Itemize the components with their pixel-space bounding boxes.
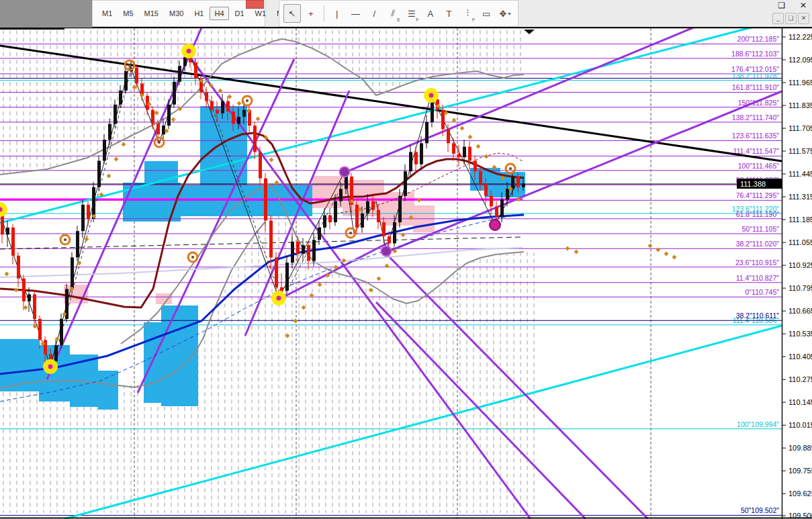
candle-body <box>162 126 165 134</box>
vertical-line-tool-icon[interactable]: | <box>328 4 346 23</box>
price-tick-label[interactable]: 110.795 <box>788 284 812 292</box>
close-window-button[interactable]: ✕ <box>800 0 807 11</box>
minimize-chart-button[interactable]: _ <box>772 13 784 24</box>
candle-body <box>173 82 176 105</box>
candle-body <box>382 222 386 236</box>
orange-marker-center <box>158 141 161 144</box>
candle-body <box>409 152 412 171</box>
orange-marker-center <box>509 167 512 170</box>
price-tick-label[interactable]: 112.225 <box>788 33 812 41</box>
candle-body <box>414 152 418 164</box>
candle-body <box>285 263 289 291</box>
candle-body <box>259 152 262 178</box>
toolbar-strip: M1M5M15M30H1H4D1W1MN ↖+|—/⫽E☰FAT⫶F▭✥▾ ❏✕… <box>0 0 812 28</box>
price-tick-label[interactable]: 109.885 <box>788 444 812 452</box>
restore-chart-button[interactable]: ❏ <box>785 13 797 24</box>
price-tick-label[interactable]: 110.925 <box>788 261 812 269</box>
price-tick-label[interactable]: 111.315 <box>788 193 812 201</box>
candle-body <box>473 160 477 171</box>
red-toolbar-button-fragment[interactable] <box>246 0 264 9</box>
candle-body <box>71 257 74 289</box>
candle-body <box>81 205 85 231</box>
violet-swing-marker <box>340 167 350 177</box>
fibonacci-retracement-tool-icon[interactable]: ☰F <box>403 4 420 23</box>
wave-label-dot <box>429 93 434 98</box>
rectangle-tool-icon[interactable]: ▭ <box>478 4 495 23</box>
fib-label: 23.6"110.915" <box>735 258 779 267</box>
orange-marker-center <box>349 232 352 234</box>
candle-body <box>269 220 273 257</box>
price-tick-label[interactable]: 109.755 <box>788 467 812 475</box>
timeframe-button-w1[interactable]: W1 <box>251 7 271 20</box>
price-tick-label[interactable]: 110.535 <box>788 330 812 338</box>
candle-body <box>388 236 391 243</box>
fib-label: 200"112.185" <box>737 35 779 43</box>
price-tick-label[interactable]: 111.445 <box>788 170 812 178</box>
candle-body <box>108 124 111 140</box>
price-tick-label[interactable]: 110.665 <box>788 307 812 315</box>
price-tick-label[interactable]: 111.965 <box>788 79 812 87</box>
price-tick-label[interactable]: 109.500 <box>788 512 812 519</box>
candle-body <box>371 201 375 210</box>
timeframe-button-m5[interactable]: M5 <box>118 7 138 20</box>
timeframe-button-m15[interactable]: M15 <box>140 7 163 20</box>
arrows-tool-icon[interactable]: ✥▾ <box>496 4 514 23</box>
cursor-tool-icon[interactable]: ↖ <box>283 4 301 23</box>
fib-label: 0"110.745" <box>746 288 780 296</box>
text-label-tool-icon[interactable]: T <box>441 4 458 23</box>
fib-label: 50"111.105" <box>741 225 779 233</box>
candle-body <box>425 122 428 143</box>
price-tick-label[interactable]: 109.625 <box>788 489 812 498</box>
price-tick-label[interactable]: 110.015 <box>788 421 812 429</box>
fib-label: 188.6"112.103" <box>731 50 779 58</box>
crosshair-tool-icon[interactable]: + <box>302 4 320 23</box>
candle-body <box>114 105 117 124</box>
candle-body <box>345 177 348 189</box>
candle-body <box>156 124 160 135</box>
equidistant-channel-tool-icon[interactable]: ⫽E <box>384 4 402 23</box>
candle-body <box>377 210 380 222</box>
main-window-controls: ❏✕ <box>778 0 807 11</box>
candle-body <box>92 187 95 219</box>
candle-body <box>210 101 214 110</box>
orange-marker-center <box>64 238 66 241</box>
candle-body <box>151 110 154 124</box>
timeframe-button-d1[interactable]: D1 <box>230 7 249 20</box>
candle-body <box>398 196 402 222</box>
fibonacci-timezones-tool-icon[interactable]: ⫶F <box>459 4 476 23</box>
candle-body <box>328 216 332 222</box>
violet-swing-marker <box>381 246 392 256</box>
price-tick-label[interactable]: 110.405 <box>788 352 812 361</box>
close-chart-button[interactable]: ✕ <box>798 13 809 24</box>
restore-window-button[interactable]: ❏ <box>778 0 785 11</box>
candle-body <box>167 105 171 126</box>
chart-canvas[interactable]: 200"112.185"188.6"112.103"176.4"112.015"… <box>0 0 812 519</box>
price-tick-label[interactable]: 111.055 <box>788 238 812 246</box>
candle-body <box>178 66 181 82</box>
price-tick-label[interactable]: 112.095 <box>788 56 812 64</box>
candle-body <box>484 183 488 195</box>
fib-label: 38.2"110.611" <box>736 312 780 320</box>
wave-label-dot <box>187 49 191 54</box>
timeframe-button-m30[interactable]: M30 <box>165 7 188 20</box>
timeframe-button-h1[interactable]: H1 <box>189 7 208 20</box>
timeframe-button-h4[interactable]: H4 <box>210 7 228 20</box>
price-tick-label[interactable]: 111.185 <box>788 216 812 224</box>
price-tick-label[interactable]: 111.835 <box>788 101 812 109</box>
price-tick-label[interactable]: 111.575 <box>788 147 812 155</box>
candle-body <box>420 143 423 164</box>
text-tool-icon[interactable]: A <box>422 4 439 23</box>
candle-body <box>275 257 278 287</box>
drawing-tools-toolbar: ↖+|—/⫽E☰FAT⫶F▭✥▾ <box>279 0 518 27</box>
candle-body <box>307 245 310 261</box>
trendline-tool-icon[interactable]: / <box>365 4 383 23</box>
price-tick-label[interactable]: 110.275 <box>788 375 812 383</box>
candle-body <box>506 189 509 199</box>
horizontal-line-tool-icon[interactable]: — <box>347 4 364 23</box>
price-tick-label[interactable]: 110.145 <box>788 398 812 406</box>
candle-body <box>135 68 138 84</box>
timeframe-button-m1[interactable]: M1 <box>97 7 117 20</box>
fib-label: 138.2"111.740" <box>732 113 779 122</box>
candle-body <box>479 171 482 183</box>
price-tick-label[interactable]: 111.705 <box>788 124 812 132</box>
